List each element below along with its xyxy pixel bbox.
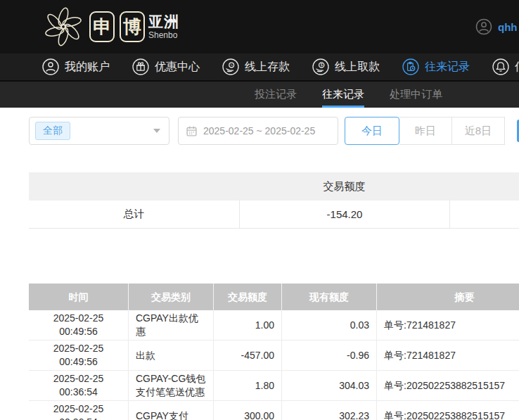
summary-total-row: 总计 -154.20 [29,201,519,229]
col-header-amount: 交易额度 [213,284,281,310]
col-header-type: 交易类别 [128,284,213,310]
cell-amount: 1.00 [213,310,281,341]
table-row: 2025-02-25 00:36:54 CGPAY支付 300.00 302.2… [29,401,519,420]
cell-time: 2025-02-25 00:36:54 [29,401,128,420]
person-icon [42,58,59,75]
cell-time: 2025-02-25 00:49:56 [29,341,128,371]
svg-text:$: $ [321,63,323,67]
main-nav: 我的账户 优惠中心 [0,53,519,82]
nav-item-online-withdrawal[interactable]: $ 线上取款 [312,58,380,75]
flower-logo-icon [42,6,84,48]
nav-label: 信 [515,60,519,75]
username[interactable]: qhh [498,21,518,33]
cell-time: 2025-02-25 00:49:56 [29,310,128,341]
tab-processing-orders[interactable]: 处理中订单 [390,82,442,108]
summary-header-empty [29,172,239,201]
summary-total-label: 总计 [29,201,239,229]
cell-amount: 300.00 [213,401,281,420]
cell-type: CGPAY出款优惠 [128,310,213,341]
col-header-balance: 现有额度 [281,284,376,310]
cell-memo: 单号:202502253882515157 [376,401,519,420]
withdraw-icon: $ [312,58,329,75]
nav-item-promotions[interactable]: 优惠中心 [132,58,200,75]
nav-item-online-deposit[interactable]: 线上存款 [222,58,290,75]
table-row: 2025-02-25 00:49:56 出款 -457.00 -0.96 单号:… [29,341,519,371]
type-select[interactable]: 全部 [29,117,169,145]
cell-type: CGPAY支付 [128,401,213,420]
records-icon [402,58,419,75]
cell-memo: 单号:721481827 [376,310,519,341]
col-header-time: 时间 [29,284,128,310]
bell-icon [492,58,509,75]
tab-transaction-records[interactable]: 往来记录 [322,82,364,108]
brand-latin: Shenbo [148,31,179,39]
nav-label: 线上存款 [245,60,290,75]
nav-item-messages[interactable]: 信 [492,58,519,75]
date-range-input[interactable]: 2025-02-25 ~ 2025-02-25 [178,117,338,145]
today-button[interactable]: 今日 [345,117,399,145]
table-row: 2025-02-25 00:49:56 CGPAY出款优惠 1.00 0.03 … [29,310,519,341]
table-row: 2025-02-25 00:36:54 CGPAY-CG钱包支付笔笔送优惠 1.… [29,371,519,401]
chevron-down-icon [153,129,160,133]
cell-balance: 0.03 [281,310,376,341]
cell-amount: 1.80 [213,371,281,401]
nav-item-my-account[interactable]: 我的账户 [42,58,110,75]
records-header-row: 时间 交易类别 交易额度 现有额度 摘要 [29,284,519,310]
nav-label: 线上取款 [335,60,380,75]
cell-memo: 单号:721481827 [376,341,519,371]
cell-memo: 单号:202502253882515157 [376,371,519,401]
brand-char-shen: 申 [89,11,115,42]
tab-betting-records[interactable]: 投注记录 [255,82,297,108]
records-table: 时间 交易类别 交易额度 现有额度 摘要 2025-02-25 00:49:56… [29,284,519,420]
cell-amount: -457.00 [213,341,281,371]
nav-label: 往来记录 [425,60,470,75]
cell-time: 2025-02-25 00:36:54 [29,371,128,401]
summary-table: 交易额度 总计 -154.20 [29,172,519,229]
summary-header-empty2 [449,172,519,201]
summary-header-amount: 交易额度 [239,172,449,201]
summary-total-amount: -154.20 [239,201,449,229]
user-avatar-icon [475,18,492,35]
page: 申 博 亚洲 Shenbo qhh [0,0,519,420]
calendar-icon [186,125,198,137]
cell-type: 出款 [128,341,213,371]
nav-label: 我的账户 [65,60,110,75]
cell-balance: 304.03 [281,371,376,401]
brand-char-bo: 博 [120,11,145,42]
quick-range-buttons: 今日 昨日 近8日 [345,117,505,145]
record-tabs: 投注记录 往来记录 处理中订单 [0,82,519,108]
col-header-memo: 摘要 [376,284,519,310]
date-range-value: 2025-02-25 ~ 2025-02-25 [203,125,315,136]
last-8-days-button[interactable]: 近8日 [452,117,505,145]
brand-region: 亚洲 [148,14,179,29]
nav-item-transaction-records[interactable]: 往来记录 [402,58,470,75]
cell-balance: -0.96 [281,341,376,371]
yesterday-button[interactable]: 昨日 [399,117,452,145]
cell-balance: 302.23 [281,401,376,420]
type-select-value[interactable]: 全部 [35,122,70,140]
brand-logo[interactable]: 申 博 亚洲 Shenbo [42,6,179,48]
summary-total-empty [449,201,519,229]
top-header: 申 博 亚洲 Shenbo qhh [0,0,519,53]
gift-icon [132,58,149,75]
user-account[interactable]: qhh [475,18,518,35]
summary-header-row: 交易额度 [29,172,519,201]
deposit-icon [222,58,239,75]
cell-type: CGPAY-CG钱包支付笔笔送优惠 [128,371,213,401]
nav-label: 优惠中心 [155,60,200,75]
